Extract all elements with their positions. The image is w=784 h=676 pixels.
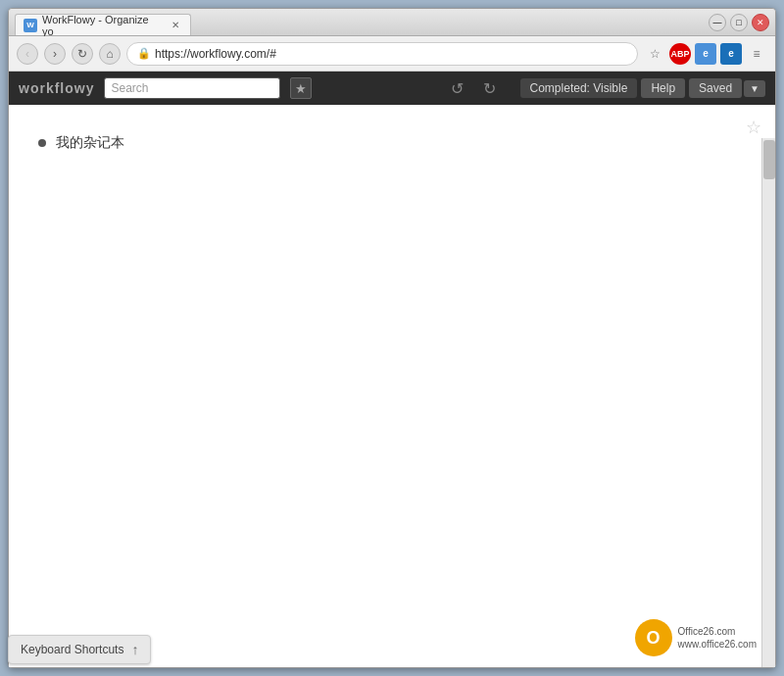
office-line2: www.office26.com	[678, 638, 757, 651]
office-watermark-text: Office26.com www.office26.com	[678, 625, 757, 651]
keyboard-shortcuts-button[interactable]: Keyboard Shortcuts ↑	[8, 635, 151, 664]
redo-button[interactable]: ↻	[478, 79, 501, 98]
office-watermark: O Office26.com www.office26.com	[635, 619, 757, 656]
tab-favicon: W	[24, 19, 37, 32]
bullet-text: 我的杂记本	[56, 134, 124, 152]
home-button[interactable]: ⌂	[99, 43, 121, 65]
abp-label: ABP	[670, 49, 689, 59]
tab-title: WorkFlowy - Organize yo	[42, 14, 163, 37]
app-logo: workflowy	[19, 80, 94, 96]
main-content: ☆ 我的杂记本	[9, 105, 775, 667]
bottom-bar: Keyboard Shortcuts ↑ O Office26.com www.…	[8, 631, 776, 668]
refresh-icon: ↻	[77, 47, 87, 61]
content-star-button[interactable]: ☆	[746, 117, 761, 138]
office-logo-text: O	[647, 628, 661, 649]
completed-button[interactable]: Completed: Visible	[520, 78, 638, 98]
bookmark-star-icon[interactable]: ☆	[644, 43, 665, 65]
list-item[interactable]: 我的杂记本	[38, 134, 746, 152]
window-controls: — □ ✕	[709, 14, 769, 31]
toolbar-star-button[interactable]: ★	[290, 77, 312, 99]
minimize-button[interactable]: —	[709, 14, 726, 31]
browser-window: W WorkFlowy - Organize yo ✕ — □ ✕ ‹ › ↻ …	[8, 8, 776, 668]
arrow-up-icon: ↑	[131, 642, 138, 657]
address-bar: ‹ › ↻ ⌂ 🔒 https://workflowy.com/# ☆ ABP …	[9, 36, 775, 72]
scrollbar[interactable]	[761, 138, 775, 667]
refresh-button[interactable]: ↻	[72, 43, 93, 65]
extension-icon-2[interactable]: e	[720, 43, 742, 65]
office-logo: O	[635, 619, 672, 656]
office-line1: Office26.com	[678, 625, 757, 638]
tab-close-button[interactable]: ✕	[169, 19, 182, 32]
back-icon: ‹	[25, 47, 29, 61]
url-input[interactable]: 🔒 https://workflowy.com/#	[126, 42, 638, 66]
tab-area: W WorkFlowy - Organize yo ✕	[15, 9, 709, 35]
lock-icon: 🔒	[137, 47, 151, 60]
forward-icon: ›	[53, 47, 57, 61]
url-text: https://workflowy.com/#	[155, 47, 276, 61]
scrollbar-thumb[interactable]	[763, 140, 775, 179]
keyboard-shortcuts-label: Keyboard Shortcuts	[21, 643, 123, 656]
address-icons: ☆ ABP e e ≡	[644, 43, 767, 65]
abp-button[interactable]: ABP	[669, 43, 691, 65]
maximize-button[interactable]: □	[730, 14, 748, 31]
menu-button[interactable]: ≡	[746, 43, 767, 65]
help-button[interactable]: Help	[641, 78, 685, 98]
forward-button[interactable]: ›	[44, 43, 66, 65]
app-toolbar: workflowy Search ★ ↺ ↻ Completed: Visibl…	[9, 72, 775, 105]
back-button[interactable]: ‹	[17, 43, 38, 65]
star-icon: ★	[295, 81, 307, 96]
search-input[interactable]: Search	[104, 77, 280, 99]
undo-button[interactable]: ↺	[446, 79, 468, 98]
close-button[interactable]: ✕	[752, 14, 769, 31]
content-area: 我的杂记本	[9, 105, 775, 171]
title-bar: W WorkFlowy - Organize yo ✕ — □ ✕	[9, 9, 775, 36]
extension-icon-1[interactable]: e	[695, 43, 716, 65]
dropdown-button[interactable]: ▼	[744, 80, 765, 97]
bullet-dot	[38, 139, 46, 147]
toolbar-actions: Completed: Visible Help Saved ▼	[511, 78, 765, 98]
home-icon: ⌂	[106, 47, 113, 61]
search-placeholder: Search	[111, 81, 148, 95]
browser-tab[interactable]: W WorkFlowy - Organize yo ✕	[15, 14, 191, 35]
saved-button[interactable]: Saved	[689, 78, 742, 98]
